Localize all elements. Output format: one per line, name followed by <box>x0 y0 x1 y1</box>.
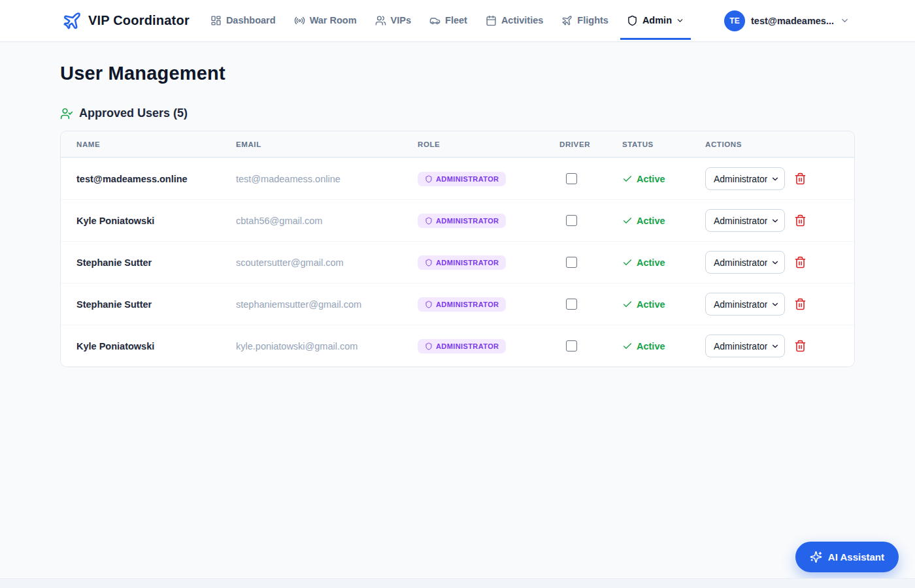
user-email: cbtah56@gmail.com <box>220 216 402 226</box>
role-cell: ADMINISTRATOR <box>402 172 544 186</box>
nav-item-activities[interactable]: Activities <box>479 2 550 40</box>
column-header-status: STATUS <box>607 140 690 148</box>
role-select-wrap: Administrator <box>705 293 785 316</box>
driver-checkbox[interactable] <box>566 173 577 184</box>
check-icon <box>622 257 633 268</box>
delete-user-button[interactable] <box>794 256 807 269</box>
users-icon <box>375 15 386 26</box>
role-badge-label: ADMINISTRATOR <box>436 301 499 308</box>
actions-cell: Administrator <box>690 251 854 274</box>
role-badge-label: ADMINISTRATOR <box>436 217 499 225</box>
user-name: Kyle Poniatowski <box>61 216 220 226</box>
table-body: test@madeamess.online test@madeamess.onl… <box>61 157 854 367</box>
role-cell: ADMINISTRATOR <box>402 339 544 353</box>
check-icon <box>622 299 633 310</box>
role-select[interactable]: Administrator <box>705 251 785 274</box>
table-row: test@madeamess.online test@madeamess.onl… <box>61 157 854 199</box>
user-menu[interactable]: TE test@madeames... <box>724 10 850 31</box>
role-select[interactable]: Administrator <box>705 209 785 232</box>
status-badge: Active <box>622 216 665 226</box>
role-badge: ADMINISTRATOR <box>418 339 506 353</box>
nav-label: Flights <box>577 15 608 25</box>
status-label: Active <box>637 174 665 184</box>
status-label: Active <box>637 341 665 351</box>
footer-strip <box>0 578 915 588</box>
user-name: Stephanie Sutter <box>61 257 220 268</box>
table-header-row: NAME EMAIL ROLE DRIVER STATUS ACTIONS <box>61 131 854 157</box>
user-email: test@madeamess.online <box>220 174 402 184</box>
radio-icon <box>294 15 305 26</box>
top-navigation-bar: VIP Coordinator Dashboard War Room VIPs <box>0 0 915 42</box>
section-title: Approved Users (5) <box>79 106 188 120</box>
column-header-email: EMAIL <box>220 140 402 148</box>
role-cell: ADMINISTRATOR <box>402 214 544 228</box>
shield-icon <box>425 301 433 308</box>
nav-item-dashboard[interactable]: Dashboard <box>204 2 282 40</box>
trash-icon <box>794 298 807 310</box>
chevron-down-icon <box>676 16 684 25</box>
nav-item-war-room[interactable]: War Room <box>288 2 363 40</box>
role-badge: ADMINISTRATOR <box>418 255 506 270</box>
driver-checkbox[interactable] <box>566 257 577 268</box>
delete-user-button[interactable] <box>794 214 807 227</box>
driver-cell <box>544 340 607 351</box>
delete-user-button[interactable] <box>794 172 807 185</box>
nav-item-vips[interactable]: VIPs <box>369 2 418 40</box>
actions-cell: Administrator <box>690 209 854 232</box>
driver-checkbox[interactable] <box>566 215 577 226</box>
driver-cell <box>544 299 607 310</box>
role-cell: ADMINISTRATOR <box>402 297 544 312</box>
shield-icon <box>425 175 433 183</box>
nav-item-flights[interactable]: Flights <box>555 2 615 40</box>
driver-checkbox[interactable] <box>566 340 577 351</box>
status-cell: Active <box>607 341 690 351</box>
driver-cell <box>544 173 607 184</box>
table-row: Kyle Poniatowski cbtah56@gmail.com ADMIN… <box>61 199 854 241</box>
main-content: User Management Approved Users (5) NAME … <box>0 42 915 367</box>
role-select-wrap: Administrator <box>705 251 785 274</box>
user-email: kyle.poniatowski@gmail.com <box>220 341 402 351</box>
dashboard-icon <box>210 15 222 26</box>
trash-icon <box>794 256 807 269</box>
status-label: Active <box>637 216 665 226</box>
section-header: Approved Users (5) <box>60 106 855 120</box>
calendar-icon <box>486 15 497 26</box>
table-row: Stephanie Sutter scoutersutter@gmail.com… <box>61 241 854 283</box>
user-email: test@madeames... <box>751 16 834 26</box>
status-label: Active <box>637 257 665 268</box>
shield-icon <box>425 259 433 267</box>
check-icon <box>622 216 633 226</box>
actions-cell: Administrator <box>690 293 854 316</box>
shield-icon <box>425 342 433 350</box>
status-cell: Active <box>607 174 690 184</box>
nav-label: VIPs <box>391 15 411 25</box>
status-label: Active <box>637 299 665 310</box>
brand-logo[interactable]: VIP Coordinator <box>62 11 190 31</box>
driver-checkbox[interactable] <box>566 299 577 310</box>
delete-user-button[interactable] <box>794 340 807 352</box>
user-email: stephaniemsutter@gmail.com <box>220 299 402 310</box>
status-badge: Active <box>622 341 665 351</box>
role-select[interactable]: Administrator <box>705 335 785 357</box>
status-badge: Active <box>622 257 665 268</box>
nav-label: War Room <box>310 15 357 25</box>
main-nav: Dashboard War Room VIPs Fleet <box>204 2 691 40</box>
status-cell: Active <box>607 299 690 310</box>
role-select[interactable]: Administrator <box>705 293 785 316</box>
nav-item-admin[interactable]: Admin <box>620 2 691 40</box>
avatar: TE <box>724 10 745 31</box>
column-header-role: ROLE <box>402 140 544 148</box>
check-icon <box>622 341 633 351</box>
role-select[interactable]: Administrator <box>705 167 785 190</box>
plane-icon <box>561 15 573 26</box>
ai-assistant-button[interactable]: AI Assistant <box>795 542 899 572</box>
trash-icon <box>794 214 807 227</box>
trash-icon <box>794 340 807 352</box>
chevron-down-icon <box>840 16 850 25</box>
nav-item-fleet[interactable]: Fleet <box>423 2 474 40</box>
table-row: Stephanie Sutter stephaniemsutter@gmail.… <box>61 283 854 325</box>
actions-cell: Administrator <box>690 335 854 357</box>
delete-user-button[interactable] <box>794 298 807 310</box>
user-check-icon <box>60 107 73 120</box>
driver-cell <box>544 215 607 226</box>
